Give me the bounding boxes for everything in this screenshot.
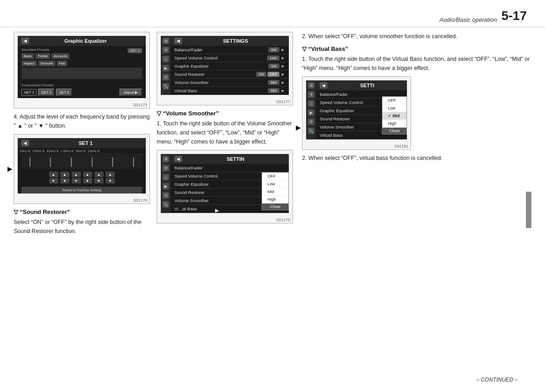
- nav-icon: ▶: [163, 65, 169, 71]
- vs-mid-btn[interactable]: Mid: [268, 80, 279, 85]
- eq-sliders-header: ◀ SET 1: [18, 138, 146, 148]
- up-820hz[interactable]: ▲: [72, 172, 81, 177]
- down-820hz[interactable]: ▼: [72, 178, 81, 184]
- set2-btn[interactable]: SET 2: [38, 89, 54, 96]
- sound-restorer-text: Select “ON” or “OFF” by the right side b…: [14, 218, 150, 236]
- tools-icon: 🔧: [163, 83, 169, 89]
- sound-restorer-row: Sound Restorer ON OFF ►: [171, 70, 289, 79]
- virtual-bass-cancel-text: 2. When select “OFF”, virtual bass funct…: [302, 154, 531, 163]
- sound-restorer-heading: ▽ “Sound Restorer”: [14, 208, 150, 215]
- screen-icons: ⚙ ♆ ♫ ▶ ✆ 🔧: [161, 36, 171, 95]
- back-button[interactable]: ◀: [21, 38, 29, 44]
- dropdown-low[interactable]: Low: [262, 180, 288, 188]
- freq-labels-row: 60Hz 0 250Hz 0 820Hz 0 1.6kHz 0 5kHz 0 1…: [18, 148, 146, 154]
- acoustic-btn[interactable]: Acoustic: [51, 53, 69, 59]
- bd-balance-label: Balance/Fader: [174, 165, 203, 170]
- eq-sliders-screen: ◀ SET 1 60Hz 0 250Hz 0 820Hz 0 1.6kHz 0 …: [18, 138, 146, 194]
- speed-volume-label: Speed Volume Control: [174, 55, 218, 60]
- settings-box: ⚙ ♆ ♫ ▶ ✆ 🔧 ◀ SETTINGS Balance/Fader: [157, 32, 293, 105]
- vs-arrow: ►: [281, 80, 285, 85]
- customized-label: Customized Presets: [21, 83, 142, 87]
- settings-screen-layout: ⚙ ♆ ♫ ▶ ✆ 🔧 ◀ SETTINGS Balance/Fader: [161, 36, 289, 95]
- middle-column: ⚙ ♆ ♫ ▶ ✆ 🔧 ◀ SETTINGS Balance/Fader: [154, 32, 295, 387]
- vb-dropdown-high[interactable]: High: [382, 120, 406, 128]
- music-icon-2: ♫: [163, 174, 169, 180]
- dropdown-mid[interactable]: Mid: [262, 188, 288, 196]
- virtual-bass-box: ► ⚙ ♆ ♫ ▶ ✆ 🔧 ◀ SETTI: [302, 76, 411, 150]
- balance-set-btn[interactable]: Set: [268, 47, 279, 52]
- vb-speed-label: Speed Volume Control: [320, 100, 363, 105]
- settings-gear-icon-3: ⚙: [308, 82, 314, 89]
- ctrl-1k6hz: ▲ ▼: [83, 172, 92, 184]
- ctrl-16khz: ▲ ▼: [106, 172, 115, 184]
- vb-dropdown-low[interactable]: Low: [382, 104, 406, 112]
- bd-speed-label: Speed Volume Control: [174, 174, 218, 179]
- music-icon-3: ♫: [308, 100, 314, 107]
- up-1k6hz[interactable]: ▲: [83, 172, 92, 177]
- balance-fader-value: Set ►: [268, 47, 285, 52]
- settings-dropdown-layout: ⚙ ♆ ♫ ▶ ✆ 🔧 ◀ SETTIN Balance/Fader: [161, 154, 289, 213]
- sliders-title: SET 1: [29, 140, 142, 146]
- down-16khz[interactable]: ▼: [106, 178, 115, 184]
- speed-low-btn[interactable]: Low: [267, 55, 279, 60]
- vb-close-dropdown-btn[interactable]: Close: [382, 128, 406, 134]
- vb-volume-label: Volume Smoother: [320, 124, 354, 129]
- on-btn[interactable]: ON: [256, 72, 266, 77]
- down-60hz[interactable]: ▼: [49, 178, 58, 184]
- dropdown-high[interactable]: High: [262, 196, 288, 203]
- ctrl-5khz: ▲ ▼: [94, 172, 104, 184]
- speed-arrow: ►: [281, 55, 285, 60]
- up-60hz[interactable]: ▲: [49, 172, 58, 177]
- dropdown-off[interactable]: OFF: [262, 173, 288, 180]
- set3-btn[interactable]: SET 3: [56, 89, 72, 96]
- down-1k6hz[interactable]: ▼: [83, 178, 92, 184]
- graphic-arrow: ►: [281, 64, 285, 69]
- bluetooth-icon: ♆: [163, 47, 169, 53]
- flat-btn[interactable]: Flat: [57, 60, 67, 66]
- settings-title: SETTINGS: [186, 38, 285, 44]
- down-5khz[interactable]: ▼: [94, 178, 104, 184]
- off-btn[interactable]: OFF: [268, 72, 279, 77]
- back-vb[interactable]: ◀: [320, 82, 327, 89]
- arrow-pointer-sliders: ►: [6, 164, 14, 174]
- customized-presets: Customized Presets SET 1 SET 2 SET 3 Adj…: [18, 82, 146, 98]
- settings-screen: ⚙ ♆ ♫ ▶ ✆ 🔧 ◀ SETTINGS Balance/Fader: [161, 36, 289, 95]
- vb-dropdown-mid[interactable]: ✓ Mid: [382, 112, 406, 120]
- vb-mid-btn[interactable]: Mid: [268, 88, 279, 93]
- virtual-bass-dropdown: OFF Low ✓ Mid High Close: [382, 96, 407, 134]
- reset-factory-btn[interactable]: Reset to Factory Setting: [21, 187, 142, 194]
- treble-btn[interactable]: Treble: [35, 53, 50, 59]
- ctrl-250hz: ▲ ▼: [60, 172, 69, 184]
- back-settings-2[interactable]: ◀: [174, 156, 182, 162]
- tools-icon-3: 🔧: [308, 128, 314, 134]
- back-settings[interactable]: ◀: [174, 38, 182, 44]
- back-button-sliders[interactable]: ◀: [21, 140, 29, 146]
- bass-btn[interactable]: Bass: [21, 53, 34, 59]
- smooth-btn[interactable]: Smooth: [38, 60, 55, 66]
- screen-icons-2: ⚙ ♆ ♫ ▶ ✆ 🔧: [161, 154, 171, 213]
- settings-dropdown-screen: ⚙ ♆ ♫ ▶ ✆ 🔧 ◀ SETTIN Balance/Fader: [161, 154, 289, 213]
- graphic-set-btn[interactable]: Set: [268, 64, 279, 69]
- bd-virtual-label: Vi…at Bass: [174, 206, 197, 211]
- down-250hz[interactable]: ▼: [60, 178, 69, 184]
- impact-btn[interactable]: Impact: [21, 60, 37, 66]
- up-250hz[interactable]: ▲: [60, 172, 69, 177]
- up-16khz[interactable]: ▲: [106, 172, 115, 177]
- up-5khz[interactable]: ▲: [94, 172, 104, 177]
- vb-arrow: ►: [281, 88, 285, 93]
- close-dropdown-btn[interactable]: Close: [262, 203, 288, 210]
- bluetooth-icon-3: ♆: [308, 91, 314, 98]
- virtual-bass-label: Virtual Bass: [174, 88, 198, 93]
- tools-icon-2: 🔧: [163, 201, 169, 208]
- adjust-btn[interactable]: Adjust ▶: [119, 89, 142, 96]
- vb-title: SETTI: [331, 83, 403, 88]
- speed-volume-value: Low ►: [267, 55, 285, 60]
- freq-16khz: 16kHz 0: [88, 149, 99, 153]
- nav-icon-3: ▶: [308, 109, 314, 116]
- vb-dropdown-off[interactable]: OFF: [382, 97, 406, 104]
- freq-250hz: 250Hz 0: [32, 149, 44, 153]
- volume-smoother-row: Volume Smoother Mid ►: [171, 79, 289, 87]
- set1-btn[interactable]: SET 1: [21, 89, 37, 96]
- freq-60hz: 60Hz 0: [20, 149, 30, 153]
- eq-header: ◀ Graphic Equalizer: [18, 36, 146, 46]
